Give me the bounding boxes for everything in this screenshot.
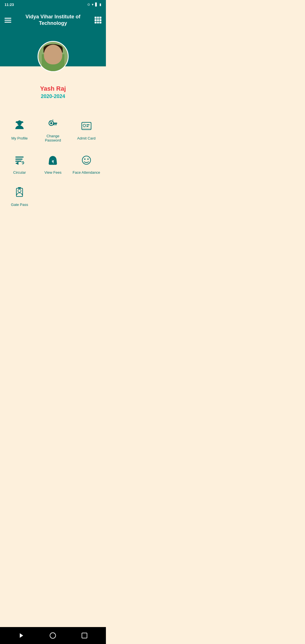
menu-label-my-profile: My Profile bbox=[11, 136, 28, 141]
menu-item-change-password[interactable]: Change Password bbox=[36, 111, 69, 147]
svg-point-21 bbox=[82, 156, 90, 164]
svg-point-11 bbox=[52, 119, 54, 121]
key-icon bbox=[45, 116, 60, 131]
svg-point-25 bbox=[18, 189, 21, 192]
user-name: Yash Raj bbox=[0, 80, 106, 92]
svg-rect-17 bbox=[15, 156, 23, 158]
location-icon: ⊙ bbox=[87, 3, 90, 6]
wifi-icon: ▾ bbox=[92, 3, 93, 6]
menu-label-gate-pass: Gate Pass bbox=[11, 203, 28, 207]
face-icon bbox=[79, 153, 94, 167]
status-time: 11:23 bbox=[5, 3, 14, 7]
gatepass-icon bbox=[12, 185, 27, 200]
circular-icon bbox=[12, 153, 27, 167]
svg-rect-19 bbox=[15, 161, 21, 162]
svg-text:₹: ₹ bbox=[52, 160, 54, 164]
svg-point-6 bbox=[50, 122, 52, 124]
svg-rect-15 bbox=[86, 126, 88, 127]
menu-item-admit-card[interactable]: Admit Card bbox=[70, 111, 103, 147]
menu-item-face-attendance[interactable]: Face Attendance bbox=[70, 147, 103, 179]
graduation-icon bbox=[12, 119, 27, 133]
svg-point-23 bbox=[87, 158, 89, 160]
card-icon bbox=[79, 119, 94, 133]
menu-item-my-profile[interactable]: My Profile bbox=[3, 111, 36, 147]
menu-label-change-password: Change Password bbox=[39, 134, 67, 143]
svg-rect-9 bbox=[54, 124, 55, 125]
menu-button[interactable] bbox=[5, 18, 11, 23]
menu-grid: My Profile Change Password bbox=[0, 108, 106, 214]
svg-rect-18 bbox=[15, 158, 23, 160]
svg-marker-4 bbox=[18, 125, 21, 127]
menu-item-circular[interactable]: Circular bbox=[3, 147, 36, 179]
svg-point-10 bbox=[50, 120, 51, 122]
status-bar: 11:23 ⊙ ▾ ▋ ▮ bbox=[0, 0, 106, 9]
signal-icon: ▋ bbox=[95, 3, 98, 6]
menu-item-view-fees[interactable]: ₹ View Fees bbox=[36, 147, 69, 179]
menu-label-view-fees: View Fees bbox=[44, 170, 61, 175]
svg-point-13 bbox=[83, 124, 86, 127]
menu-item-gate-pass[interactable]: Gate Pass bbox=[3, 179, 36, 212]
profile-section bbox=[0, 35, 106, 66]
menu-label-circular: Circular bbox=[13, 170, 26, 175]
app-title: Vidya Vihar Institute of Technology bbox=[11, 14, 95, 27]
svg-rect-16 bbox=[82, 128, 90, 129]
menu-label-face-attendance: Face Attendance bbox=[73, 170, 100, 175]
svg-rect-7 bbox=[53, 123, 57, 124]
status-icons: ⊙ ▾ ▋ ▮ bbox=[87, 3, 101, 6]
svg-rect-14 bbox=[86, 124, 90, 125]
svg-point-22 bbox=[84, 158, 86, 160]
menu-label-admit-card: Admit Card bbox=[77, 136, 95, 141]
avatar bbox=[38, 41, 69, 72]
user-year: 2020-2024 bbox=[0, 93, 106, 99]
svg-marker-2 bbox=[15, 120, 23, 124]
battery-icon: ▮ bbox=[99, 3, 101, 6]
svg-rect-8 bbox=[56, 124, 57, 125]
svg-rect-26 bbox=[18, 187, 21, 189]
fees-icon: ₹ bbox=[45, 153, 60, 167]
header: Vidya Vihar Institute of Technology bbox=[0, 9, 106, 35]
main-content: Yash Raj 2020-2024 My Profile bbox=[0, 66, 106, 236]
grid-view-button[interactable] bbox=[95, 17, 101, 23]
